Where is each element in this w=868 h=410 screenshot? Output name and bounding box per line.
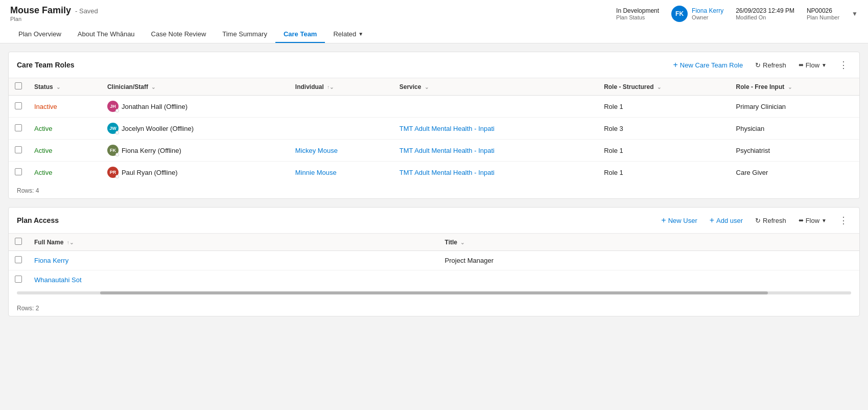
row-checkbox-3[interactable]	[15, 168, 22, 175]
care-team-roles-actions: + New Care Team Role ↻ Refresh ⬌ Flow ▼ …	[670, 58, 851, 72]
clinician-name-link[interactable]: Jocelyn Wooller (Offline)	[122, 125, 194, 132]
role-free-cell: Physician	[730, 118, 859, 140]
page-subtitle: Plan	[10, 16, 98, 22]
pa-row-checkbox-0[interactable]	[15, 256, 22, 263]
clinician-name-link[interactable]: Paul Ryan (Offline)	[122, 169, 178, 176]
pa-row-checkbox-1[interactable]	[15, 276, 22, 283]
individual-cell	[289, 118, 393, 140]
new-user-button[interactable]: + New User	[658, 214, 700, 227]
owner-section: FK Fiona Kerry Owner	[671, 6, 723, 22]
tab-care-team[interactable]: Care Team	[275, 26, 325, 43]
role-structured-sort-icon: ⌄	[657, 84, 661, 90]
individual-cell: Mickey Mouse	[289, 140, 393, 162]
full-name-cell[interactable]: Whanautahi Sot	[28, 270, 439, 290]
horizontal-scrollbar[interactable]	[17, 291, 851, 294]
service-column-header[interactable]: Service ⌄	[393, 78, 598, 96]
tab-plan-overview[interactable]: Plan Overview	[10, 26, 69, 43]
clinician-sort-icon: ⌄	[151, 84, 155, 90]
row-checkbox-1[interactable]	[15, 124, 22, 131]
clinician-cell: JW Jocelyn Wooller (Offline)	[101, 118, 289, 140]
add-user-plus-icon: +	[710, 216, 714, 225]
new-user-plus-icon: +	[661, 216, 666, 225]
care-team-roles-section: Care Team Roles + New Care Team Role ↻ R…	[8, 52, 860, 199]
care-team-roles-header: Care Team Roles + New Care Team Role ↻ R…	[9, 52, 859, 78]
flow-icon: ⬌	[799, 61, 804, 69]
role-free-cell: Care Giver	[730, 162, 859, 184]
status-label: Plan Status	[616, 14, 659, 20]
tab-related[interactable]: Related ▼	[325, 26, 371, 43]
tab-case-note-review[interactable]: Case Note Review	[143, 26, 215, 43]
role-structured-cell: Role 1	[598, 96, 730, 118]
title-cell	[439, 270, 859, 290]
plan-access-refresh-button[interactable]: ↻ Refresh	[752, 215, 789, 226]
status-value: In Development	[616, 7, 659, 14]
modified-label: Modified On	[736, 14, 794, 20]
plan-number: NP00026	[807, 7, 839, 14]
plan-refresh-icon: ↻	[755, 217, 761, 224]
clinician-cell: PR Paul Ryan (Offline)	[101, 162, 289, 184]
clinician-column-header[interactable]: Clinician/Staff ⌄	[101, 78, 289, 96]
table-row: Active JW Jocelyn Wooller (Offline) TMT …	[9, 118, 859, 140]
scrollbar-thumb	[100, 291, 767, 294]
individual-cell	[289, 96, 393, 118]
plan-flow-icon: ⬌	[799, 217, 804, 224]
full-name-column-header[interactable]: Full Name ↑⌄	[28, 234, 439, 251]
role-free-sort-icon: ⌄	[788, 84, 792, 90]
plan-access-section: Plan Access + New User + Add user ↻ Refr…	[8, 207, 860, 316]
full-name-cell[interactable]: Fiona Kerry	[28, 251, 439, 270]
row-checkbox-0[interactable]	[15, 102, 22, 109]
modified-meta: 26/09/2023 12:49 PM Modified On	[736, 7, 794, 20]
status-cell: Active	[28, 140, 101, 162]
clinician-name-link[interactable]: Jonathan Hall (Offline)	[122, 103, 187, 110]
role-structured-cell: Role 1	[598, 140, 730, 162]
tab-about-whanau[interactable]: About The Whānau	[69, 26, 143, 43]
select-all-checkbox[interactable]	[15, 82, 22, 89]
clinician-name-link[interactable]: Fiona Kerry (Offline)	[122, 147, 181, 154]
role-structured-column-header[interactable]: Role - Structured ⌄	[598, 78, 730, 96]
table-row: Fiona Kerry Project Manager	[9, 251, 859, 270]
service-cell[interactable]: TMT Adult Mental Health - Inpati	[393, 140, 598, 162]
status-meta: In Development Plan Status	[616, 7, 659, 20]
main-content: Care Team Roles + New Care Team Role ↻ R…	[0, 43, 868, 325]
role-structured-cell: Role 1	[598, 162, 730, 184]
role-free-cell: Psychiatrist	[730, 140, 859, 162]
pa-select-all-checkbox[interactable]	[15, 238, 22, 245]
care-team-refresh-button[interactable]: ↻ Refresh	[752, 59, 789, 71]
nav-tabs: Plan Overview About The Whānau Case Note…	[10, 26, 858, 43]
plan-flow-chevron-down-icon: ▼	[822, 218, 827, 223]
page-title: Mouse Family	[10, 5, 71, 16]
owner-name: Fiona Kerry	[692, 7, 723, 14]
status-cell: Inactive	[28, 96, 101, 118]
add-user-button[interactable]: + Add user	[707, 214, 746, 227]
plan-number-label: Plan Number	[807, 14, 839, 20]
care-team-more-button[interactable]: ⋮	[836, 58, 851, 72]
owner-label: Owner	[692, 14, 723, 20]
care-team-flow-button[interactable]: ⬌ Flow ▼	[795, 59, 830, 71]
table-row: Whanautahi Sot	[9, 270, 859, 290]
status-sort-icon: ⌄	[56, 84, 60, 90]
status-column-header[interactable]: Status ⌄	[28, 78, 101, 96]
clinician-cell: JH Jonathan Hall (Offline)	[101, 96, 289, 118]
owner-avatar: FK	[671, 6, 688, 22]
service-cell[interactable]: TMT Adult Mental Health - Inpati	[393, 118, 598, 140]
pa-select-all-header	[9, 234, 28, 251]
title-section: Mouse Family - Saved Plan	[10, 5, 98, 22]
individual-column-header[interactable]: Individual ↑⌄	[289, 78, 393, 96]
row-checkbox-2[interactable]	[15, 146, 22, 153]
tab-time-summary[interactable]: Time Summary	[214, 26, 275, 43]
title-column-header[interactable]: Title ⌄	[439, 234, 859, 251]
role-free-column-header[interactable]: Role - Free Input ⌄	[730, 78, 859, 96]
top-bar-header: Mouse Family - Saved Plan In Development…	[10, 5, 858, 26]
status-cell: Active	[28, 118, 101, 140]
plan-access-more-button[interactable]: ⋮	[836, 214, 851, 227]
title-cell: Project Manager	[439, 251, 859, 270]
plan-number-meta: NP00026 Plan Number	[807, 7, 839, 20]
new-care-team-role-button[interactable]: + New Care Team Role	[670, 58, 746, 72]
plan-access-flow-button[interactable]: ⬌ Flow ▼	[795, 215, 830, 226]
header-chevron-down-icon[interactable]: ▼	[852, 10, 858, 17]
scrollbar-area	[9, 291, 859, 301]
full-name-sort-icon: ↑⌄	[67, 240, 74, 245]
service-cell[interactable]: TMT Adult Mental Health - Inpati	[393, 162, 598, 184]
plus-icon: +	[673, 60, 677, 70]
plan-access-title: Plan Access	[17, 216, 59, 224]
